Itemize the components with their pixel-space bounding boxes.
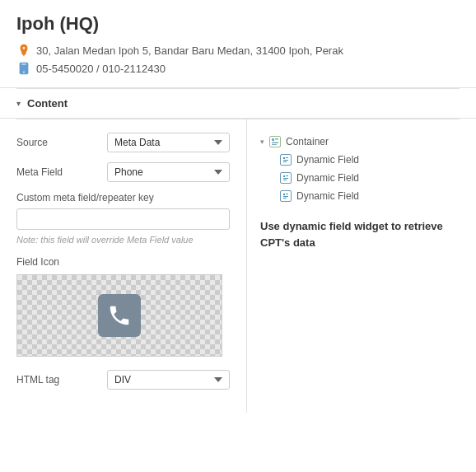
tree-container: ▾ Container Dynamic Field [260, 133, 463, 205]
dynamic-field-icon-3 [280, 190, 292, 202]
container-arrow-icon: ▾ [260, 138, 264, 146]
note-text: Note: this field will override Meta Fiel… [16, 235, 230, 245]
helper-text: Use dynamic field widget to retrieve CPT… [260, 218, 463, 250]
dynamic-field-label-1: Dynamic Field [296, 154, 359, 166]
dynamic-field-item-2[interactable]: Dynamic Field [280, 169, 463, 187]
source-select[interactable]: Meta Data Custom Field ACF [107, 133, 230, 152]
html-tag-label: HTML tag [16, 374, 107, 386]
dynamic-field-icon-1 [280, 154, 292, 166]
custom-key-label: Custom meta field/repeater key [16, 192, 230, 203]
phone-small-icon [16, 61, 31, 76]
phone-icon-box [98, 294, 141, 337]
html-tag-row: HTML tag DIV SPAN P H1 H2 H3 [16, 370, 230, 390]
phone-text: 05-5450020 / 010-2112430 [36, 63, 166, 75]
svg-rect-2 [21, 64, 26, 65]
svg-rect-6 [272, 143, 278, 144]
top-section: Ipoh (HQ) 30, Jalan Medan Ipoh 5, Bandar… [0, 0, 476, 88]
svg-rect-4 [272, 138, 274, 141]
html-tag-select[interactable]: DIV SPAN P H1 H2 H3 [107, 370, 230, 390]
meta-field-select[interactable]: Phone Email Address [107, 162, 230, 182]
left-panel: Source Meta Data Custom Field ACF Meta F… [0, 119, 247, 413]
svg-rect-5 [275, 138, 278, 140]
location-info: 30, Jalan Medan Ipoh 5, Bandar Baru Meda… [16, 43, 460, 76]
container-icon [269, 136, 281, 147]
meta-field-row: Meta Field Phone Email Address [16, 162, 230, 182]
source-row: Source Meta Data Custom Field ACF [16, 133, 230, 152]
custom-key-input[interactable] [16, 208, 230, 230]
tree-children: Dynamic Field Dynamic Field Dynamic Fiel… [260, 151, 463, 205]
dynamic-field-label-2: Dynamic Field [296, 172, 359, 184]
address-text: 30, Jalan Medan Ipoh 5, Bandar Baru Meda… [36, 44, 343, 57]
svg-rect-0 [21, 54, 26, 55]
meta-field-label: Meta Field [16, 166, 107, 178]
phone-icon [107, 303, 132, 328]
map-pin-icon [16, 43, 31, 58]
svg-point-3 [23, 72, 25, 73]
meta-field-control: Phone Email Address [107, 162, 230, 182]
dynamic-field-item-1[interactable]: Dynamic Field [280, 151, 463, 169]
content-section-header[interactable]: ▾ Content [0, 89, 476, 119]
main-content: Source Meta Data Custom Field ACF Meta F… [0, 119, 476, 413]
icon-preview [16, 274, 222, 357]
container-label: Container [286, 136, 329, 147]
source-control: Meta Data Custom Field ACF [107, 133, 230, 152]
source-label: Source [16, 137, 107, 148]
dynamic-field-label-3: Dynamic Field [296, 190, 359, 202]
dynamic-field-icon-2 [280, 172, 292, 184]
field-icon-label: Field Icon [16, 256, 230, 268]
phone-row: 05-5450020 / 010-2112430 [16, 61, 460, 76]
page-title: Ipoh (HQ) [16, 13, 460, 35]
svg-rect-7 [272, 144, 277, 145]
content-arrow-icon: ▾ [16, 99, 21, 108]
container-tree-item[interactable]: ▾ Container [260, 133, 463, 151]
right-panel: ▾ Container Dynamic Field [247, 119, 476, 413]
address-row: 30, Jalan Medan Ipoh 5, Bandar Baru Meda… [16, 43, 460, 58]
html-tag-control: DIV SPAN P H1 H2 H3 [107, 370, 230, 390]
dynamic-field-item-3[interactable]: Dynamic Field [280, 187, 463, 205]
content-label: Content [27, 97, 68, 110]
